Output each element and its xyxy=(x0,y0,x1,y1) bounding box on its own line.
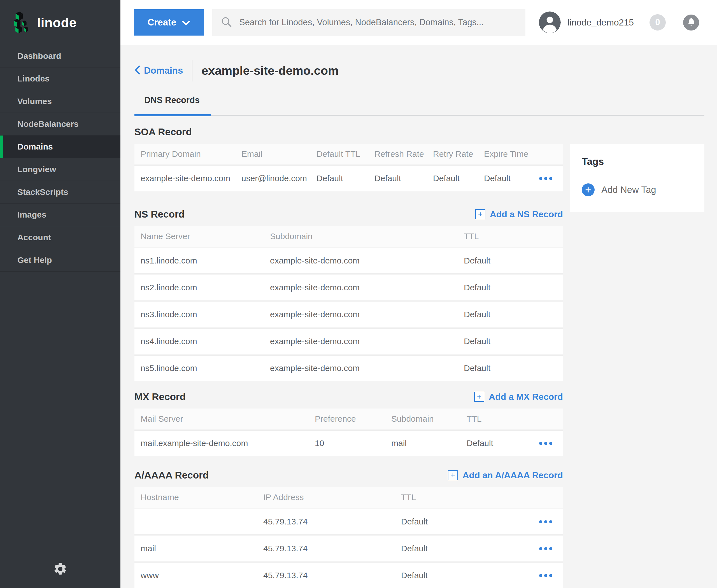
sidebar-item-label: StackScripts xyxy=(17,187,68,197)
row-actions-menu-icon[interactable] xyxy=(532,177,563,180)
avatar[interactable] xyxy=(539,12,561,33)
notification-count-badge[interactable]: 0 xyxy=(650,14,666,30)
breadcrumb: Domains example-site-demo.com xyxy=(135,59,704,82)
soa-refresh-rate: Default xyxy=(374,174,433,183)
sidebar-item-images[interactable]: Images xyxy=(0,204,120,226)
add-ns-record-button[interactable]: Add a NS Record xyxy=(475,209,563,219)
breadcrumb-divider xyxy=(192,60,192,82)
sidebar-item-nodebalancers[interactable]: NodeBalancers xyxy=(0,113,120,135)
add-new-tag-label: Add New Tag xyxy=(601,185,656,195)
add-a-record-label: Add an A/AAAA Record xyxy=(463,470,563,481)
sidebar-item-linodes[interactable]: Linodes xyxy=(0,67,120,90)
soa-expire-time: Default xyxy=(484,174,532,183)
global-search xyxy=(212,9,526,36)
linode-logo[interactable]: linode xyxy=(0,0,120,45)
a-hostname: www xyxy=(141,571,263,580)
table-row: ns2.linode.com example-site-demo.com Def… xyxy=(135,275,563,300)
column-header: Default TTL xyxy=(316,149,374,159)
tags-panel-title: Tags xyxy=(582,156,693,167)
a-ttl: Default xyxy=(401,571,532,580)
column-header: Primary Domain xyxy=(141,149,241,159)
mx-table-header: Mail Server Preference Subdomain TTL xyxy=(135,408,563,429)
ns-ttl: Default xyxy=(464,337,563,346)
add-ns-record-label: Add a NS Record xyxy=(490,209,563,219)
a-ttl: Default xyxy=(401,517,532,526)
a-ip-address: 45.79.13.74 xyxy=(263,517,401,526)
ns-subdomain: example-site-demo.com xyxy=(270,283,464,292)
row-actions-menu-icon[interactable] xyxy=(532,442,563,445)
table-row: mail.example-site-demo.com 10 mail Defau… xyxy=(135,430,563,456)
sidebar-item-label: Domains xyxy=(17,142,53,151)
plus-square-icon xyxy=(474,392,484,402)
row-actions-menu-icon[interactable] xyxy=(532,574,563,577)
soa-table: Primary Domain Email Default TTL Refresh… xyxy=(135,144,563,191)
a-ttl: Default xyxy=(401,544,532,553)
sidebar-item-label: NodeBalancers xyxy=(17,119,78,129)
a-ip-address: 45.79.13.74 xyxy=(263,544,401,553)
soa-default-ttl: Default xyxy=(316,174,374,183)
side-column: Tags Add New Tag xyxy=(570,115,704,588)
ns-ttl: Default xyxy=(464,256,563,266)
ns-subdomain: example-site-demo.com xyxy=(270,310,464,319)
tags-panel: Tags Add New Tag xyxy=(570,144,704,212)
column-header: Email xyxy=(241,149,316,159)
add-mx-record-label: Add a MX Record xyxy=(489,392,563,402)
sidebar-item-label: Linodes xyxy=(17,74,49,83)
mx-mail-server: mail.example-site-demo.com xyxy=(141,439,315,448)
sidebar-item-stackscripts[interactable]: StackScripts xyxy=(0,181,120,204)
row-actions-menu-icon[interactable] xyxy=(532,547,563,550)
linode-logo-icon xyxy=(13,10,32,35)
sidebar-item-label: Dashboard xyxy=(17,51,61,61)
ns-name-server: ns1.linode.com xyxy=(141,256,270,266)
breadcrumb-domains-link[interactable]: Domains xyxy=(135,65,183,76)
tab-dns-records[interactable]: DNS Records xyxy=(135,95,211,115)
sidebar-item-label: Get Help xyxy=(17,255,52,265)
ns-name-server: ns3.linode.com xyxy=(141,310,270,319)
ns-ttl: Default xyxy=(464,283,563,292)
soa-table-header: Primary Domain Email Default TTL Refresh… xyxy=(135,144,563,164)
tabs: DNS Records xyxy=(135,95,704,115)
notifications-button[interactable] xyxy=(683,15,699,30)
sidebar-item-volumes[interactable]: Volumes xyxy=(0,90,120,113)
add-mx-record-button[interactable]: Add a MX Record xyxy=(474,392,563,402)
mx-section-title: MX Record xyxy=(135,391,186,402)
main-content: Domains example-site-demo.com DNS Record… xyxy=(120,45,717,588)
records-column: SOA Record Primary Domain Email Default … xyxy=(135,115,563,588)
plus-square-icon xyxy=(475,209,485,219)
settings-button[interactable] xyxy=(53,562,67,578)
a-section-title: A/AAAA Record xyxy=(135,469,209,481)
sidebar-item-get-help[interactable]: Get Help xyxy=(0,249,120,272)
sidebar-item-account[interactable]: Account xyxy=(0,226,120,249)
ns-section-title: NS Record xyxy=(135,209,185,220)
add-new-tag-button[interactable]: Add New Tag xyxy=(582,183,693,196)
ns-name-server: ns4.linode.com xyxy=(141,337,270,346)
a-ip-address: 45.79.13.74 xyxy=(263,571,401,580)
linode-logo-text: linode xyxy=(37,15,77,30)
gear-icon xyxy=(53,572,67,577)
soa-section-title: SOA Record xyxy=(135,126,192,138)
row-actions-menu-icon[interactable] xyxy=(532,520,563,523)
add-a-record-button[interactable]: Add an A/AAAA Record xyxy=(448,470,563,481)
create-button-label: Create xyxy=(148,17,177,28)
notification-count: 0 xyxy=(655,17,660,27)
column-header: Refresh Rate xyxy=(374,149,433,159)
topbar: Create linode_demo215 0 xyxy=(120,0,717,45)
table-row: ns3.linode.com example-site-demo.com Def… xyxy=(135,301,563,327)
search-input[interactable] xyxy=(239,17,517,27)
sidebar-item-longview[interactable]: Longview xyxy=(0,158,120,181)
ns-subdomain: example-site-demo.com xyxy=(270,337,464,346)
column-header: TTL xyxy=(401,492,532,502)
create-button[interactable]: Create xyxy=(134,9,204,36)
column-header: Mail Server xyxy=(141,414,315,424)
a-table-header: Hostname IP Address TTL xyxy=(135,487,563,508)
username[interactable]: linode_demo215 xyxy=(568,17,634,28)
soa-primary-domain: example-site-demo.com xyxy=(141,174,241,183)
ns-subdomain: example-site-demo.com xyxy=(270,363,464,373)
sidebar: linode Dashboard Linodes Volumes NodeBal… xyxy=(0,0,120,588)
sidebar-item-domains[interactable]: Domains xyxy=(0,135,120,158)
table-row: 45.79.13.74 Default xyxy=(135,509,563,534)
ns-ttl: Default xyxy=(464,363,563,373)
chevron-down-icon xyxy=(176,17,190,28)
column-header: Subdomain xyxy=(391,414,467,424)
sidebar-item-dashboard[interactable]: Dashboard xyxy=(0,45,120,67)
